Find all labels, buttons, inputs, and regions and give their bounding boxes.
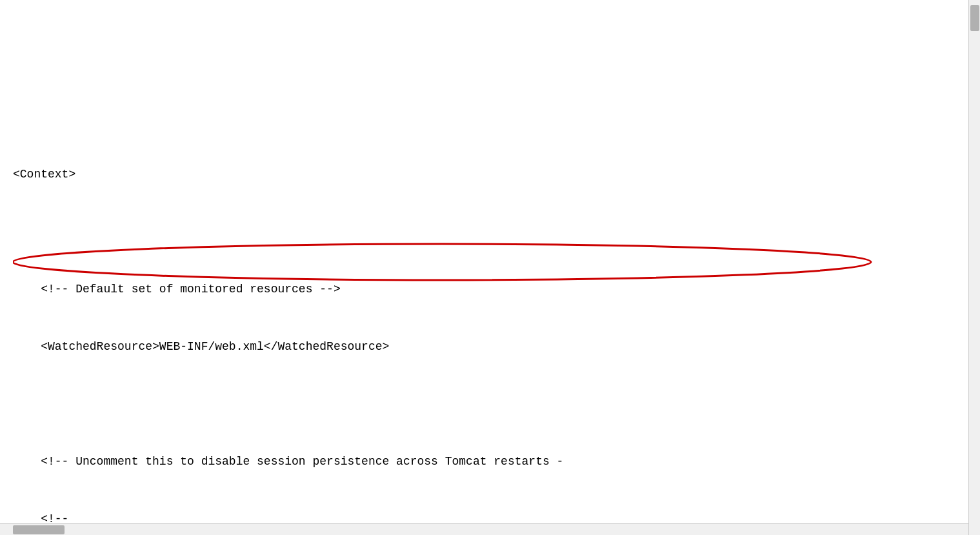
scrollbar-thumb-x[interactable] <box>13 525 65 534</box>
code-line-1: <Context> <box>13 165 955 185</box>
code-line-6: <!-- Uncomment this to disable session p… <box>13 452 955 472</box>
horizontal-scrollbar[interactable] <box>0 523 968 535</box>
vertical-scrollbar[interactable] <box>968 0 980 535</box>
code-line-2 <box>13 223 955 242</box>
code-line-5 <box>13 395 955 414</box>
code-content: <Context> <!-- Default set of monitored … <box>13 50 955 535</box>
scrollbar-thumb-y[interactable] <box>970 5 979 31</box>
code-line-4: <WatchedResource>WEB-INF/web.xml</Watche… <box>13 338 955 357</box>
svg-point-0 <box>13 244 871 280</box>
editor-window: <Context> <!-- Default set of monitored … <box>0 0 980 535</box>
code-editor[interactable]: <Context> <!-- Default set of monitored … <box>0 0 968 535</box>
code-line-3: <!-- Default set of monitored resources … <box>13 280 955 299</box>
